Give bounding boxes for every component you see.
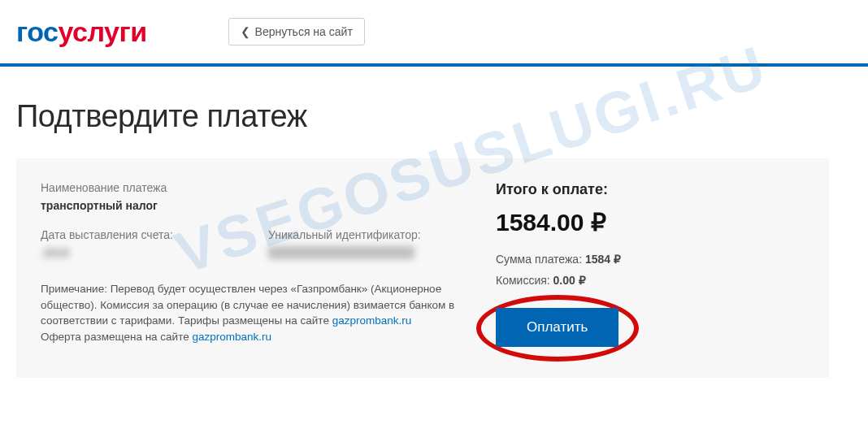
- payment-sum-line: Сумма платежа: 1584 ₽: [496, 253, 805, 266]
- total-label: Итого к оплате:: [496, 181, 805, 198]
- page-title: Подтвердите платеж: [16, 99, 829, 134]
- commission-line: Комиссия: 0.00 ₽: [496, 274, 805, 287]
- commission-label: Комиссия:: [496, 274, 553, 287]
- offer-link[interactable]: gazprombank.ru: [192, 331, 271, 343]
- commission-value: 0.00 ₽: [553, 274, 586, 287]
- back-to-site-label: Вернуться на сайт: [255, 25, 353, 38]
- logo-part-2: услуги: [58, 16, 146, 47]
- chevron-left-icon: ❮: [241, 25, 250, 38]
- note-text-2: Оферта размещена на сайте: [41, 331, 192, 343]
- total-amount: 1584.00 ₽: [496, 208, 805, 236]
- pay-button[interactable]: Оплатить: [496, 308, 618, 347]
- invoice-date-label: Дата выставления счета:: [41, 228, 236, 241]
- logo: госуслуги: [16, 18, 147, 45]
- payment-summary-column: Итого к оплате: 1584.00 ₽ Сумма платежа:…: [496, 181, 805, 353]
- uid-label: Уникальный идентификатор:: [268, 228, 463, 241]
- pay-button-wrap: Оплатить: [496, 308, 618, 347]
- tariffs-link[interactable]: gazprombank.ru: [332, 314, 412, 327]
- invoice-date-masked: .2018: [41, 246, 69, 259]
- payment-name-label: Наименование платежа: [41, 181, 463, 194]
- payment-panel: VSEGOSUSLUGI.RU Наименование платежа тра…: [16, 158, 829, 378]
- payment-sum-label: Сумма платежа:: [496, 253, 585, 266]
- back-to-site-button[interactable]: ❮ Вернуться на сайт: [228, 18, 365, 45]
- uid-masked: [268, 246, 414, 259]
- logo-part-1: гос: [16, 16, 58, 47]
- uid-value: [268, 246, 463, 262]
- payment-details-column: Наименование платежа транспортный налог …: [41, 181, 463, 353]
- payment-note: Примечание: Перевод будет осуществлен че…: [41, 281, 463, 344]
- invoice-date-value: .2018: [41, 246, 236, 259]
- header: госуслуги ❮ Вернуться на сайт: [0, 0, 868, 67]
- payment-sum-value: 1584 ₽: [585, 253, 621, 266]
- payment-name-value: транспортный налог: [41, 199, 463, 212]
